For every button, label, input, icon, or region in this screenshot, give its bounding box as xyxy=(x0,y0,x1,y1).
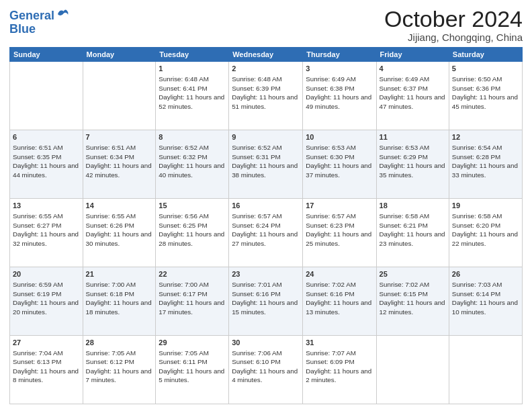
calendar-cell: 4Sunrise: 6:49 AM Sunset: 6:37 PM Daylig… xyxy=(376,62,449,130)
week-row-5: 27Sunrise: 7:04 AM Sunset: 6:13 PM Dayli… xyxy=(10,336,523,404)
logo-line2: Blue xyxy=(9,23,69,36)
day-number: 16 xyxy=(232,201,300,211)
day-number: 4 xyxy=(380,64,446,74)
weekday-header-wednesday: Wednesday xyxy=(229,48,303,62)
calendar-cell: 20Sunrise: 6:59 AM Sunset: 6:19 PM Dayli… xyxy=(10,267,83,336)
day-number: 5 xyxy=(452,64,519,74)
weekday-header-thursday: Thursday xyxy=(303,48,376,62)
day-info: Sunrise: 6:51 AM Sunset: 6:35 PM Dayligh… xyxy=(13,144,79,179)
day-info: Sunrise: 7:01 AM Sunset: 6:16 PM Dayligh… xyxy=(232,281,298,316)
day-number: 22 xyxy=(159,269,226,279)
calendar-cell: 12Sunrise: 6:54 AM Sunset: 6:28 PM Dayli… xyxy=(449,130,522,199)
location: Jijiang, Chongqing, China xyxy=(384,32,523,43)
day-number: 17 xyxy=(306,201,373,211)
day-number: 7 xyxy=(86,132,153,142)
day-info: Sunrise: 6:50 AM Sunset: 6:36 PM Dayligh… xyxy=(452,75,518,110)
day-info: Sunrise: 6:55 AM Sunset: 6:26 PM Dayligh… xyxy=(86,212,152,247)
day-number: 2 xyxy=(232,64,300,74)
day-number: 29 xyxy=(159,338,226,348)
day-number: 26 xyxy=(452,269,519,279)
day-info: Sunrise: 6:57 AM Sunset: 6:24 PM Dayligh… xyxy=(232,212,298,247)
calendar-cell: 28Sunrise: 7:05 AM Sunset: 6:12 PM Dayli… xyxy=(83,336,156,404)
day-number: 21 xyxy=(86,269,153,279)
day-info: Sunrise: 6:48 AM Sunset: 6:39 PM Dayligh… xyxy=(232,75,298,110)
day-info: Sunrise: 7:00 AM Sunset: 6:17 PM Dayligh… xyxy=(159,281,224,316)
calendar-cell: 1Sunrise: 6:48 AM Sunset: 6:41 PM Daylig… xyxy=(156,62,229,130)
calendar-cell: 21Sunrise: 7:00 AM Sunset: 6:18 PM Dayli… xyxy=(83,267,156,336)
day-info: Sunrise: 6:51 AM Sunset: 6:34 PM Dayligh… xyxy=(86,144,152,179)
weekday-header-tuesday: Tuesday xyxy=(156,48,229,62)
calendar-cell: 24Sunrise: 7:02 AM Sunset: 6:16 PM Dayli… xyxy=(303,267,376,336)
day-info: Sunrise: 6:58 AM Sunset: 6:21 PM Dayligh… xyxy=(380,212,445,247)
calendar-cell: 25Sunrise: 7:02 AM Sunset: 6:15 PM Dayli… xyxy=(376,267,449,336)
day-info: Sunrise: 6:54 AM Sunset: 6:28 PM Dayligh… xyxy=(452,144,518,179)
logo: General Blue xyxy=(9,9,69,36)
calendar-cell xyxy=(449,336,522,404)
logo-icon xyxy=(56,7,69,20)
title-block: October 2024 Jijiang, Chongqing, China xyxy=(384,7,523,43)
day-number: 9 xyxy=(232,132,300,142)
calendar-cell: 22Sunrise: 7:00 AM Sunset: 6:17 PM Dayli… xyxy=(156,267,229,336)
week-row-2: 6Sunrise: 6:51 AM Sunset: 6:35 PM Daylig… xyxy=(10,130,523,199)
calendar-cell xyxy=(376,336,449,404)
day-number: 1 xyxy=(159,64,226,74)
calendar-cell: 17Sunrise: 6:57 AM Sunset: 6:23 PM Dayli… xyxy=(303,199,376,267)
day-number: 30 xyxy=(232,338,300,348)
day-number: 8 xyxy=(159,132,226,142)
day-info: Sunrise: 6:58 AM Sunset: 6:20 PM Dayligh… xyxy=(452,212,518,247)
calendar-cell: 30Sunrise: 7:06 AM Sunset: 6:10 PM Dayli… xyxy=(229,336,303,404)
calendar-cell: 18Sunrise: 6:58 AM Sunset: 6:21 PM Dayli… xyxy=(376,199,449,267)
calendar-cell: 14Sunrise: 6:55 AM Sunset: 6:26 PM Dayli… xyxy=(83,199,156,267)
day-number: 27 xyxy=(13,338,80,348)
day-info: Sunrise: 6:53 AM Sunset: 6:30 PM Dayligh… xyxy=(306,144,371,179)
calendar-cell: 19Sunrise: 6:58 AM Sunset: 6:20 PM Dayli… xyxy=(449,199,522,267)
day-number: 12 xyxy=(452,132,519,142)
day-info: Sunrise: 6:53 AM Sunset: 6:29 PM Dayligh… xyxy=(380,144,445,179)
day-number: 31 xyxy=(306,338,373,348)
day-number: 20 xyxy=(13,269,80,279)
week-row-1: 1Sunrise: 6:48 AM Sunset: 6:41 PM Daylig… xyxy=(10,62,523,130)
day-number: 3 xyxy=(306,64,373,74)
day-number: 19 xyxy=(452,201,519,211)
calendar-cell: 8Sunrise: 6:52 AM Sunset: 6:32 PM Daylig… xyxy=(156,130,229,199)
day-info: Sunrise: 7:03 AM Sunset: 6:14 PM Dayligh… xyxy=(452,281,518,316)
day-info: Sunrise: 7:02 AM Sunset: 6:16 PM Dayligh… xyxy=(306,281,371,316)
calendar-cell: 9Sunrise: 6:52 AM Sunset: 6:31 PM Daylig… xyxy=(229,130,303,199)
day-info: Sunrise: 6:59 AM Sunset: 6:19 PM Dayligh… xyxy=(13,281,79,316)
calendar-cell: 16Sunrise: 6:57 AM Sunset: 6:24 PM Dayli… xyxy=(229,199,303,267)
weekday-header-sunday: Sunday xyxy=(10,48,83,62)
day-info: Sunrise: 6:49 AM Sunset: 6:38 PM Dayligh… xyxy=(306,75,371,110)
day-info: Sunrise: 7:00 AM Sunset: 6:18 PM Dayligh… xyxy=(86,281,152,316)
day-info: Sunrise: 6:49 AM Sunset: 6:37 PM Dayligh… xyxy=(380,75,445,110)
weekday-header-saturday: Saturday xyxy=(449,48,522,62)
day-number: 10 xyxy=(306,132,373,142)
day-info: Sunrise: 7:05 AM Sunset: 6:11 PM Dayligh… xyxy=(159,349,224,384)
calendar-cell: 7Sunrise: 6:51 AM Sunset: 6:34 PM Daylig… xyxy=(83,130,156,199)
day-info: Sunrise: 7:06 AM Sunset: 6:10 PM Dayligh… xyxy=(232,349,298,384)
day-number: 28 xyxy=(86,338,153,348)
calendar-cell xyxy=(83,62,156,130)
day-number: 24 xyxy=(306,269,373,279)
page: General Blue October 2024 Jijiang, Chong… xyxy=(0,0,532,411)
day-info: Sunrise: 6:57 AM Sunset: 6:23 PM Dayligh… xyxy=(306,212,371,247)
day-number: 14 xyxy=(86,201,153,211)
calendar-cell xyxy=(10,62,83,130)
calendar-cell: 31Sunrise: 7:07 AM Sunset: 6:09 PM Dayli… xyxy=(303,336,376,404)
calendar-cell: 26Sunrise: 7:03 AM Sunset: 6:14 PM Dayli… xyxy=(449,267,522,336)
day-number: 18 xyxy=(380,201,446,211)
calendar-cell: 11Sunrise: 6:53 AM Sunset: 6:29 PM Dayli… xyxy=(376,130,449,199)
day-number: 25 xyxy=(380,269,446,279)
calendar-cell: 6Sunrise: 6:51 AM Sunset: 6:35 PM Daylig… xyxy=(10,130,83,199)
day-info: Sunrise: 6:52 AM Sunset: 6:32 PM Dayligh… xyxy=(159,144,224,179)
calendar-cell: 3Sunrise: 6:49 AM Sunset: 6:38 PM Daylig… xyxy=(303,62,376,130)
day-number: 11 xyxy=(380,132,446,142)
calendar-cell: 15Sunrise: 6:56 AM Sunset: 6:25 PM Dayli… xyxy=(156,199,229,267)
day-info: Sunrise: 6:56 AM Sunset: 6:25 PM Dayligh… xyxy=(159,212,224,247)
month-title: October 2024 xyxy=(384,7,523,32)
calendar-cell: 5Sunrise: 6:50 AM Sunset: 6:36 PM Daylig… xyxy=(449,62,522,130)
day-number: 6 xyxy=(13,132,80,142)
day-info: Sunrise: 6:55 AM Sunset: 6:27 PM Dayligh… xyxy=(13,212,79,247)
day-number: 23 xyxy=(232,269,300,279)
day-info: Sunrise: 6:48 AM Sunset: 6:41 PM Dayligh… xyxy=(159,75,224,110)
day-info: Sunrise: 7:05 AM Sunset: 6:12 PM Dayligh… xyxy=(86,349,152,384)
